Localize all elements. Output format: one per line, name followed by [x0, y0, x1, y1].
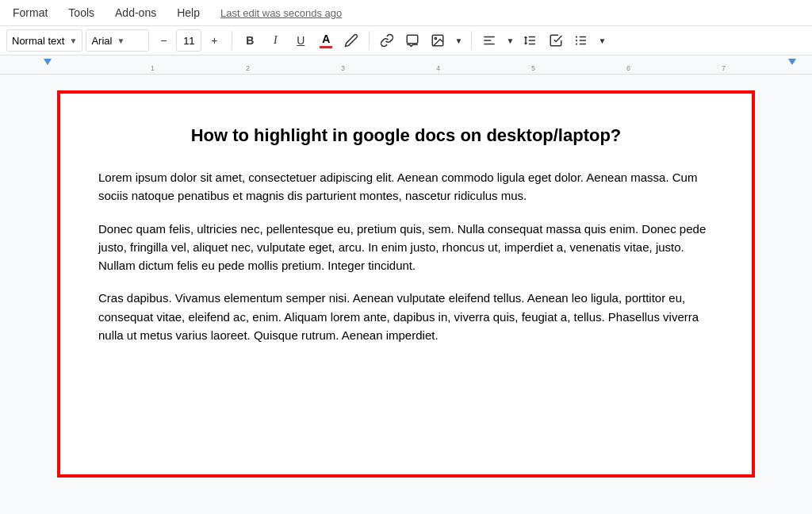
- document-page[interactable]: How to highlight in google docs on deskt…: [57, 90, 755, 478]
- svg-rect-0: [408, 35, 419, 44]
- ruler-tick-1: 1: [151, 64, 155, 72]
- font-size-group: − 11 +: [152, 29, 225, 52]
- align-dropdown-button[interactable]: ▼: [504, 29, 516, 52]
- line-spacing-button[interactable]: [519, 29, 542, 52]
- link-button[interactable]: [376, 29, 398, 52]
- underline-button[interactable]: U: [289, 29, 312, 52]
- svg-point-14: [576, 43, 577, 44]
- font-color-button[interactable]: A: [315, 29, 337, 52]
- list-icon: [574, 33, 588, 48]
- font-size-increase-button[interactable]: +: [203, 29, 225, 52]
- ruler-tick-2: 2: [246, 64, 250, 72]
- separator-1: [232, 31, 232, 50]
- ruler-tick-4: 4: [436, 64, 440, 72]
- font-size-decrease-button[interactable]: −: [152, 29, 174, 52]
- link-icon: [380, 33, 394, 48]
- image-dropdown-button[interactable]: ▼: [452, 29, 465, 52]
- ruler-tick-5: 5: [531, 64, 535, 72]
- bold-button[interactable]: B: [239, 29, 261, 52]
- last-edit-status: Last edit was seconds ago: [220, 7, 342, 19]
- ruler-tick-7: 7: [722, 64, 726, 72]
- font-selector-value: Arial: [91, 35, 112, 47]
- align-button[interactable]: [478, 29, 500, 52]
- checklist-button[interactable]: [545, 29, 567, 52]
- align-icon: [482, 33, 496, 48]
- style-selector-arrow: ▼: [69, 36, 77, 45]
- document-title: How to highlight in google docs on deskt…: [98, 122, 714, 149]
- document-area: How to highlight in google docs on deskt…: [0, 75, 812, 493]
- font-size-value[interactable]: 11: [176, 29, 201, 52]
- document-paragraph-1: Lorem ipsum dolor sit amet, consectetuer…: [98, 168, 714, 205]
- menu-addons[interactable]: Add-ons: [112, 5, 159, 21]
- toolbar: Normal text ▼ Arial ▼ − 11 + B I U A: [0, 26, 812, 56]
- ruler-inner: 1 2 3 4 5 6 7: [48, 56, 812, 74]
- menu-format[interactable]: Format: [10, 5, 51, 21]
- font-color-label: A: [322, 33, 330, 45]
- menu-help[interactable]: Help: [174, 5, 203, 21]
- ruler: 1 2 3 4 5 6 7: [0, 56, 812, 75]
- list-button[interactable]: [570, 29, 592, 52]
- font-selector-arrow: ▼: [117, 36, 124, 45]
- document-paragraph-2: Donec quam felis, ultricies nec, pellent…: [98, 220, 714, 275]
- list-dropdown-button[interactable]: ▼: [596, 29, 608, 52]
- ruler-tick-3: 3: [341, 64, 345, 72]
- style-selector[interactable]: Normal text ▼: [6, 29, 82, 52]
- italic-button[interactable]: I: [264, 29, 286, 52]
- svg-point-12: [576, 36, 577, 37]
- comment-icon: [405, 33, 419, 48]
- image-button[interactable]: [427, 29, 449, 52]
- ruler-tick-6: 6: [626, 64, 630, 72]
- svg-point-2: [435, 37, 437, 39]
- font-color-underline: [320, 46, 332, 48]
- separator-3: [471, 31, 472, 50]
- document-paragraph-3: Cras dapibus. Vivamus elementum semper n…: [98, 289, 714, 344]
- image-icon: [431, 33, 445, 48]
- comment-button[interactable]: [401, 29, 423, 52]
- ruler-right-indent[interactable]: [788, 59, 796, 65]
- pencil-icon: [344, 33, 358, 48]
- svg-point-13: [576, 40, 577, 41]
- menu-tools[interactable]: Tools: [65, 5, 98, 21]
- font-selector[interactable]: Arial ▼: [86, 29, 149, 52]
- checklist-icon: [549, 33, 563, 48]
- separator-2: [369, 31, 370, 50]
- line-spacing-icon: [523, 33, 538, 48]
- menu-bar: Format Tools Add-ons Help Last edit was …: [0, 0, 812, 26]
- style-selector-value: Normal text: [12, 35, 64, 47]
- highlight-button[interactable]: [340, 29, 362, 52]
